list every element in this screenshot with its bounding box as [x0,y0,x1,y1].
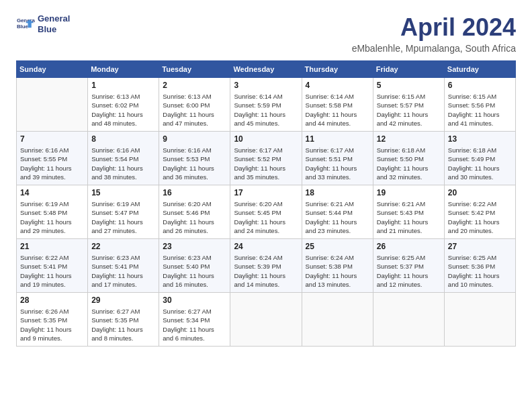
day-detail: Sunrise: 6:18 AM Sunset: 5:49 PM Dayligh… [448,146,512,181]
calendar-cell: 4Sunrise: 6:14 AM Sunset: 5:58 PM Daylig… [302,78,373,132]
day-detail: Sunrise: 6:27 AM Sunset: 5:35 PM Dayligh… [91,307,155,342]
day-number: 22 [91,242,155,251]
calendar-body: 1Sunrise: 6:13 AM Sunset: 6:02 PM Daylig… [17,78,516,347]
month-title: April 2024 [352,13,516,42]
calendar-cell: 9Sunrise: 6:16 AM Sunset: 5:53 PM Daylig… [159,132,230,185]
day-number: 16 [163,188,226,197]
title-area: April 2024 eMbalenhle, Mpumalanga, South… [352,13,516,54]
weekday-header: Thursday [302,61,373,78]
calendar-week-row: 1Sunrise: 6:13 AM Sunset: 6:02 PM Daylig… [17,78,516,132]
calendar-cell: 16Sunrise: 6:20 AM Sunset: 5:46 PM Dayli… [159,185,230,239]
calendar-cell: 10Sunrise: 6:17 AM Sunset: 5:52 PM Dayli… [230,132,302,185]
day-number: 12 [377,134,441,144]
day-detail: Sunrise: 6:17 AM Sunset: 5:52 PM Dayligh… [234,146,298,181]
day-number: 4 [306,81,369,90]
day-detail: Sunrise: 6:20 AM Sunset: 5:46 PM Dayligh… [163,199,226,235]
calendar-cell [17,78,88,132]
day-detail: Sunrise: 6:18 AM Sunset: 5:50 PM Dayligh… [377,146,441,181]
day-number: 26 [377,242,441,251]
day-detail: Sunrise: 6:19 AM Sunset: 5:48 PM Dayligh… [20,199,84,235]
day-detail: Sunrise: 6:22 AM Sunset: 5:41 PM Dayligh… [20,253,84,289]
weekday-header: Friday [373,61,444,78]
day-number: 30 [163,295,226,305]
calendar-cell: 7Sunrise: 6:16 AM Sunset: 5:55 PM Daylig… [17,132,88,185]
day-number: 10 [234,134,298,144]
day-number: 25 [306,242,369,251]
day-number: 17 [234,188,298,197]
calendar-cell: 12Sunrise: 6:18 AM Sunset: 5:50 PM Dayli… [373,132,444,185]
day-number: 29 [91,295,155,305]
day-detail: Sunrise: 6:23 AM Sunset: 5:40 PM Dayligh… [163,253,226,289]
day-detail: Sunrise: 6:15 AM Sunset: 5:57 PM Dayligh… [377,92,441,128]
calendar-cell [444,293,515,347]
day-detail: Sunrise: 6:24 AM Sunset: 5:38 PM Dayligh… [306,253,369,289]
calendar-cell: 25Sunrise: 6:24 AM Sunset: 5:38 PM Dayli… [302,239,373,293]
day-number: 11 [306,134,369,144]
calendar-cell: 20Sunrise: 6:22 AM Sunset: 5:42 PM Dayli… [444,185,515,239]
calendar-week-row: 14Sunrise: 6:19 AM Sunset: 5:48 PM Dayli… [17,185,516,239]
calendar-cell [373,293,444,347]
day-detail: Sunrise: 6:13 AM Sunset: 6:02 PM Dayligh… [91,92,155,128]
calendar-cell: 13Sunrise: 6:18 AM Sunset: 5:49 PM Dayli… [444,132,515,185]
day-number: 6 [448,81,512,90]
calendar-cell: 26Sunrise: 6:25 AM Sunset: 5:37 PM Dayli… [373,239,444,293]
svg-text:Blue: Blue [17,24,29,30]
day-detail: Sunrise: 6:25 AM Sunset: 5:37 PM Dayligh… [377,253,441,289]
calendar-cell: 24Sunrise: 6:24 AM Sunset: 5:39 PM Dayli… [230,239,302,293]
calendar-cell: 15Sunrise: 6:19 AM Sunset: 5:47 PM Dayli… [88,185,159,239]
calendar-table: SundayMondayTuesdayWednesdayThursdayFrid… [16,60,516,347]
day-number: 7 [20,134,84,144]
day-detail: Sunrise: 6:21 AM Sunset: 5:44 PM Dayligh… [306,199,369,235]
weekday-header: Tuesday [159,61,230,78]
day-detail: Sunrise: 6:26 AM Sunset: 5:35 PM Dayligh… [20,307,84,342]
calendar-cell: 21Sunrise: 6:22 AM Sunset: 5:41 PM Dayli… [17,239,88,293]
location-title: eMbalenhle, Mpumalanga, South Africa [352,43,516,54]
day-detail: Sunrise: 6:19 AM Sunset: 5:47 PM Dayligh… [91,199,155,235]
calendar-cell: 11Sunrise: 6:17 AM Sunset: 5:51 PM Dayli… [302,132,373,185]
calendar-cell: 8Sunrise: 6:16 AM Sunset: 5:54 PM Daylig… [88,132,159,185]
calendar-cell: 1Sunrise: 6:13 AM Sunset: 6:02 PM Daylig… [88,78,159,132]
logo-icon: General Blue [16,15,35,34]
day-detail: Sunrise: 6:14 AM Sunset: 5:58 PM Dayligh… [306,92,369,128]
weekday-header: Saturday [444,61,515,78]
day-detail: Sunrise: 6:17 AM Sunset: 5:51 PM Dayligh… [306,146,369,181]
day-detail: Sunrise: 6:22 AM Sunset: 5:42 PM Dayligh… [448,199,512,235]
day-number: 5 [377,81,441,90]
day-number: 2 [163,81,226,90]
calendar-cell: 29Sunrise: 6:27 AM Sunset: 5:35 PM Dayli… [88,293,159,347]
day-number: 1 [91,81,155,90]
day-number: 28 [20,295,84,305]
calendar-week-row: 21Sunrise: 6:22 AM Sunset: 5:41 PM Dayli… [17,239,516,293]
day-detail: Sunrise: 6:25 AM Sunset: 5:36 PM Dayligh… [448,253,512,289]
calendar-cell: 27Sunrise: 6:25 AM Sunset: 5:36 PM Dayli… [444,239,515,293]
day-number: 20 [448,188,512,197]
day-detail: Sunrise: 6:16 AM Sunset: 5:54 PM Dayligh… [91,146,155,181]
calendar-cell: 23Sunrise: 6:23 AM Sunset: 5:40 PM Dayli… [159,239,230,293]
calendar-cell: 14Sunrise: 6:19 AM Sunset: 5:48 PM Dayli… [17,185,88,239]
day-detail: Sunrise: 6:13 AM Sunset: 6:00 PM Dayligh… [163,92,226,128]
calendar-week-row: 7Sunrise: 6:16 AM Sunset: 5:55 PM Daylig… [17,132,516,185]
calendar-cell: 5Sunrise: 6:15 AM Sunset: 5:57 PM Daylig… [373,78,444,132]
day-detail: Sunrise: 6:27 AM Sunset: 5:34 PM Dayligh… [163,307,226,342]
day-detail: Sunrise: 6:23 AM Sunset: 5:41 PM Dayligh… [91,253,155,289]
day-detail: Sunrise: 6:16 AM Sunset: 5:53 PM Dayligh… [163,146,226,181]
calendar-cell: 2Sunrise: 6:13 AM Sunset: 6:00 PM Daylig… [159,78,230,132]
calendar-cell [230,293,302,347]
day-detail: Sunrise: 6:15 AM Sunset: 5:56 PM Dayligh… [448,92,512,128]
day-number: 13 [448,134,512,144]
calendar-week-row: 28Sunrise: 6:26 AM Sunset: 5:35 PM Dayli… [17,293,516,347]
calendar-cell: 30Sunrise: 6:27 AM Sunset: 5:34 PM Dayli… [159,293,230,347]
day-number: 19 [377,188,441,197]
calendar-cell: 18Sunrise: 6:21 AM Sunset: 5:44 PM Dayli… [302,185,373,239]
calendar-cell [302,293,373,347]
day-number: 21 [20,242,84,251]
day-number: 27 [448,242,512,251]
calendar-cell: 17Sunrise: 6:20 AM Sunset: 5:45 PM Dayli… [230,185,302,239]
weekday-header: Wednesday [230,61,302,78]
calendar-cell: 28Sunrise: 6:26 AM Sunset: 5:35 PM Dayli… [17,293,88,347]
day-detail: Sunrise: 6:21 AM Sunset: 5:43 PM Dayligh… [377,199,441,235]
day-detail: Sunrise: 6:16 AM Sunset: 5:55 PM Dayligh… [20,146,84,181]
day-number: 24 [234,242,298,251]
day-detail: Sunrise: 6:24 AM Sunset: 5:39 PM Dayligh… [234,253,298,289]
day-number: 9 [163,134,226,144]
